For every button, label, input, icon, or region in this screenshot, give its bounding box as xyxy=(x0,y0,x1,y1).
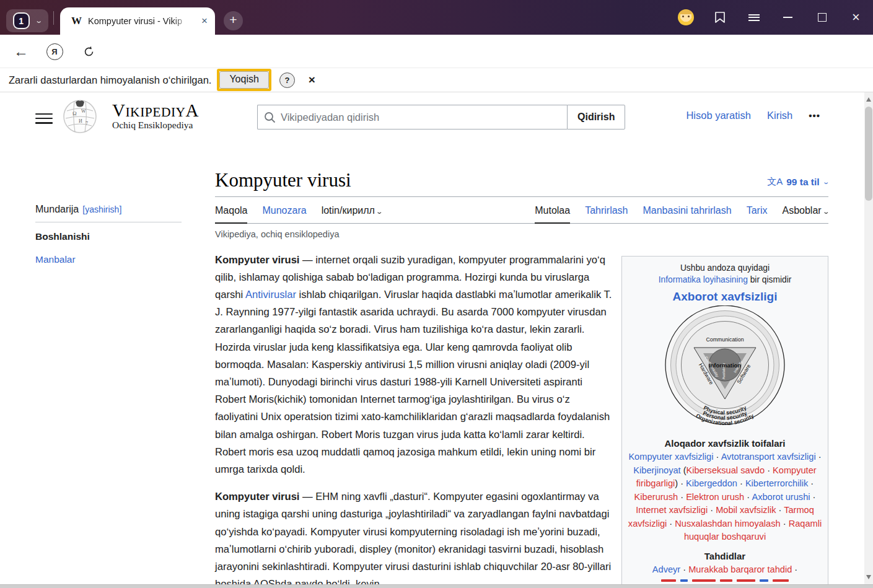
tab-maqola[interactable]: Maqola xyxy=(215,201,247,224)
svg-text:И: И xyxy=(79,118,82,124)
chevron-down-icon: ⌄ xyxy=(35,17,43,25)
tab-mutolaa[interactable]: Mutolaa xyxy=(535,201,570,224)
infobox-redlink[interactable]: Nusxalashdan himoyalash xyxy=(675,519,780,529)
search-box[interactable] xyxy=(257,105,567,129)
article-tabs: MaqolaMunozaralotin/кирилл⌄ MutolaaTahri… xyxy=(215,197,828,224)
infobox-redlink[interactable]: Mobil xavfsizlik xyxy=(716,505,776,515)
tab-counter-button[interactable]: 1 ⌄ xyxy=(6,9,48,32)
notification-message: Zararli dasturlardan himoyalanish oʻchir… xyxy=(9,74,211,86)
threats-heading: Tahdidlar xyxy=(627,550,823,563)
information-security-diagram: Communication Hardware Software Confiden… xyxy=(661,305,789,427)
minimize-button[interactable] xyxy=(771,0,805,35)
wikipedia-favicon: W xyxy=(71,15,82,27)
hide-contents-link[interactable]: [yashirish] xyxy=(82,204,121,214)
article-paragraph: Kompyuter virusi — internet orqali suzib… xyxy=(215,252,615,479)
search-submit-button[interactable]: Qidirish xyxy=(567,105,625,129)
chevron-down-icon: ⌄ xyxy=(375,208,384,215)
profile-avatar[interactable] xyxy=(669,0,703,35)
infobox-link[interactable]: Axborot urushi xyxy=(752,492,810,502)
sidebar-item-boshlanishi[interactable]: Boshlanishi xyxy=(35,231,182,242)
wordmark-title: VikipediyA xyxy=(112,100,199,121)
infobox-clipped-row xyxy=(627,579,823,582)
help-icon[interactable]: ? xyxy=(279,72,295,88)
tab-title: Kompyuter virusi - Vikip xyxy=(88,16,188,26)
language-icon: 文A xyxy=(767,176,783,188)
infobox-link[interactable]: Adveyr xyxy=(652,564,680,574)
maximize-button[interactable] xyxy=(805,0,839,35)
infobox-link[interactable]: Kibergeddon xyxy=(686,478,737,488)
avatar xyxy=(678,9,694,25)
close-icon: × xyxy=(852,11,860,24)
tab-asboblar[interactable]: Asboblar⌄ xyxy=(782,201,828,223)
search-icon xyxy=(264,112,276,123)
infobox-link[interactable]: Kiberterrorchilik xyxy=(745,478,808,488)
wikipedia-wordmark[interactable]: VikipediyA Ochiq Ensiklopediya xyxy=(112,100,199,131)
tab-variant[interactable]: lotin/кирилл⌄ xyxy=(322,201,382,223)
svg-text:W: W xyxy=(81,108,86,114)
yandex-home-button[interactable]: Я xyxy=(41,35,68,68)
scrollbar-thumb[interactable] xyxy=(865,107,872,201)
sidebar-item-manbalar[interactable]: Manbalar xyxy=(35,254,182,265)
divider xyxy=(53,11,54,25)
highlight-annotation-box: Yoqish xyxy=(217,69,271,91)
infobox-link[interactable]: Kompyuter xavfsizligi xyxy=(628,452,713,462)
infobox-intro: Ushbu andoza quyidagi Informatika loyiha… xyxy=(627,262,823,286)
chevron-down-icon: ⌄ xyxy=(822,178,830,185)
bookmark-stack-icon xyxy=(713,11,727,24)
language-count-label: 99 ta til xyxy=(786,177,819,188)
user-menu-icon[interactable]: ••• xyxy=(809,110,820,121)
tab-manbasini-tahrirlash[interactable]: Manbasini tahrirlash xyxy=(643,201,731,223)
article-link[interactable]: Antiviruslar xyxy=(245,289,296,301)
new-tab-button[interactable]: + xyxy=(224,11,243,30)
wikipedia-logo[interactable]: Ω W И 7 xyxy=(62,97,98,137)
main-menu-button[interactable] xyxy=(35,110,53,126)
back-button[interactable]: ← xyxy=(7,35,35,68)
informatics-project-link[interactable]: Informatika loyihasining xyxy=(659,275,748,284)
close-tab-icon[interactable]: × xyxy=(201,15,208,27)
scroll-down-arrow[interactable] xyxy=(866,575,871,579)
tab-munozara[interactable]: Munozara xyxy=(262,201,306,223)
contents-heading: Mundarija xyxy=(35,204,79,215)
infobox-link[interactable]: Avtotransport xavfsizligi xyxy=(721,452,816,462)
chevron-down-icon: ⌄ xyxy=(822,208,830,215)
svg-text:Ω: Ω xyxy=(72,110,77,116)
window-bottom-edge xyxy=(0,584,873,588)
diagram-label-information: Information xyxy=(709,362,741,369)
infobox-redlink[interactable]: Elektron urush xyxy=(686,492,744,502)
browser-window: 1 ⌄ W Kompyuter virusi - Vikip × + × xyxy=(0,0,873,588)
infobox-redlink[interactable]: Kiberseksual savdo xyxy=(687,465,765,475)
search-input[interactable] xyxy=(281,112,547,123)
page-scrollbar[interactable] xyxy=(864,92,873,588)
enable-protection-button[interactable]: Yoqish xyxy=(219,71,268,89)
tab-tahrirlash[interactable]: Tahrirlash xyxy=(585,201,628,223)
infobox-link[interactable]: Kiberjinoyat xyxy=(633,465,680,475)
infobox-threat-links: Adveyr · Murakkab barqaror tahdid · xyxy=(627,563,823,577)
browser-tab-bar: 1 ⌄ W Kompyuter virusi - Vikip × + × xyxy=(0,0,873,35)
infobox-information-security: Ushbu andoza quyidagi Informatika loyiha… xyxy=(621,256,828,588)
infobox-redlink[interactable]: Kiberurush xyxy=(634,492,678,502)
wordmark-subtitle: Ochiq Ensiklopediya xyxy=(112,120,199,131)
infobox-title-link[interactable]: Axborot xavfsizligi xyxy=(627,290,823,304)
contents-sidebar: Mundarija [yashirish] BoshlanishiManbala… xyxy=(35,204,182,277)
infobox-redlink[interactable]: Internet xavfsizligi xyxy=(636,505,708,515)
create-account-link[interactable]: Hisob yaratish xyxy=(686,110,751,121)
browser-menu-icon[interactable] xyxy=(737,0,771,35)
browser-tab-active[interactable]: W Kompyuter virusi - Vikip × xyxy=(60,7,215,35)
tab-count-badge: 1 xyxy=(13,12,30,29)
scroll-up-arrow[interactable] xyxy=(866,97,871,102)
divider xyxy=(35,222,182,222)
site-tagline: Vikipediya, ochiq ensiklopediya xyxy=(215,229,828,239)
reload-button[interactable] xyxy=(75,35,102,68)
close-window-button[interactable]: × xyxy=(839,0,873,35)
related-categories-heading: Aloqador xavfsizlik toifalari xyxy=(627,437,823,450)
collections-icon[interactable] xyxy=(703,0,737,35)
wikipedia-globe-icon: Ω W И 7 xyxy=(62,97,98,134)
page-title: Kompyuter virusi xyxy=(215,169,351,191)
login-link[interactable]: Kirish xyxy=(767,110,792,121)
article-paragraph: Kompyuter virusi — EHM ning xavfli „dast… xyxy=(215,488,615,588)
infobox-redlink[interactable]: Murakkab barqaror tahdid xyxy=(688,564,792,574)
language-selector-button[interactable]: 文A 99 ta til ⌄ xyxy=(767,176,828,191)
tab-tarix[interactable]: Tarix xyxy=(747,201,768,223)
dismiss-notification-icon[interactable]: × xyxy=(309,73,315,87)
diagram-label-communication: Communication xyxy=(706,336,744,343)
